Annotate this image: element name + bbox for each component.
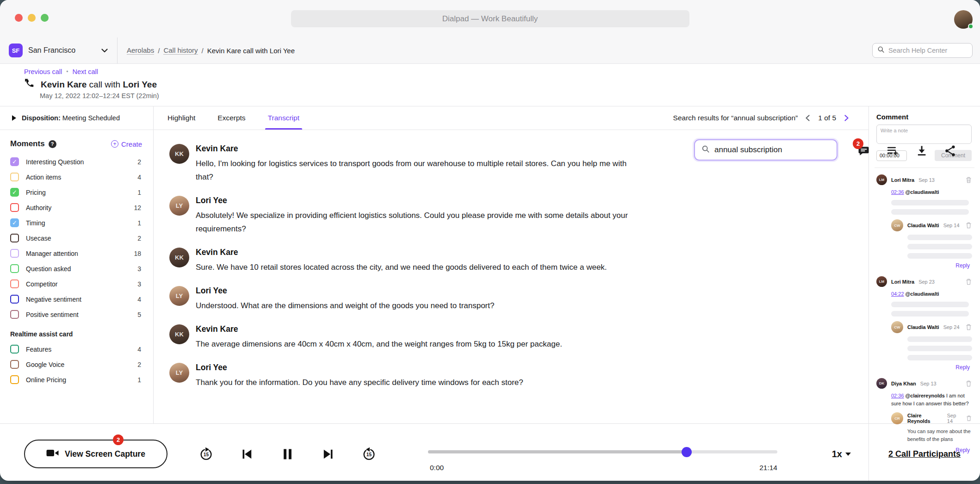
forward-15-icon[interactable]: 15 — [199, 447, 213, 461]
moment-checkbox[interactable] — [10, 203, 19, 212]
user-avatar[interactable] — [954, 10, 973, 29]
call-participants-link[interactable]: 2 Call Participants — [888, 449, 961, 459]
tab-transcript[interactable]: Transcript — [268, 106, 299, 130]
moment-checkbox[interactable] — [10, 188, 19, 197]
playback-speed-selector[interactable]: 1x — [832, 449, 851, 459]
avatar: LY — [169, 196, 189, 216]
add-to-playlist-button[interactable] — [886, 144, 899, 157]
disposition-row[interactable]: Disposition: Meeting Scheduled — [0, 106, 153, 130]
help-icon[interactable]: ? — [49, 140, 56, 148]
comment-mention: @claudiawalti — [906, 291, 939, 297]
moment-checkbox[interactable] — [10, 345, 19, 354]
trash-icon[interactable] — [966, 177, 972, 183]
avatar: KK — [169, 144, 189, 164]
redacted-text-bar — [907, 244, 972, 249]
seek-bar[interactable] — [428, 450, 777, 453]
moment-row[interactable]: Authority 12 — [0, 200, 153, 215]
share-button[interactable] — [944, 144, 957, 157]
help-search[interactable] — [872, 43, 973, 58]
speaker-name: Lori Yee — [196, 286, 494, 296]
speaker-name: Kevin Kare — [196, 144, 628, 154]
reply-link[interactable]: Reply — [876, 364, 970, 371]
download-button[interactable] — [915, 144, 928, 157]
search-icon — [877, 46, 885, 55]
moment-checkbox[interactable] — [10, 173, 19, 181]
previous-call-link[interactable]: Previous call — [24, 68, 62, 75]
moment-count: 12 — [134, 204, 141, 211]
moment-row[interactable]: Online Pricing 1 — [0, 372, 153, 387]
breadcrumb-aerolabs[interactable]: Aerolabs — [127, 46, 154, 55]
moment-checkbox[interactable] — [10, 249, 19, 258]
breadcrumb: Aerolabs / Call history / Kevin Kare cal… — [127, 46, 295, 55]
transcript-search[interactable] — [694, 139, 837, 161]
comment-timestamp-link[interactable]: 02:36 — [891, 189, 904, 195]
trash-icon[interactable] — [966, 380, 972, 387]
comment-note-input[interactable] — [876, 124, 972, 144]
next-call-link[interactable]: Next call — [72, 68, 98, 75]
minimize-window-button[interactable] — [28, 14, 36, 22]
pause-icon[interactable] — [280, 447, 295, 461]
previous-result-button[interactable] — [804, 114, 812, 122]
office-selector[interactable]: SF San Francisco — [0, 37, 118, 63]
breadcrumb-current: Kevin Kare call with Lori Yee — [207, 47, 295, 55]
trash-icon[interactable] — [966, 415, 972, 422]
comment-thread: LM Lori Mitra Sep 13 02:36 @claudiawalti… — [876, 169, 974, 271]
moment-row[interactable]: Google Voice 2 — [0, 357, 153, 372]
tab-highlight[interactable]: Highlight — [167, 106, 195, 130]
redacted-text-bar — [907, 235, 972, 240]
moment-row[interactable]: Usecase 2 — [0, 230, 153, 246]
trash-icon[interactable] — [966, 222, 972, 229]
rewind-15-icon[interactable]: 15 — [362, 447, 376, 461]
moment-label: Timing — [26, 219, 45, 227]
moment-row[interactable]: Timing 1 — [0, 215, 153, 230]
reply-link[interactable]: Reply — [876, 262, 970, 269]
moment-row[interactable]: Question asked 3 — [0, 261, 153, 276]
transcript-message: LY Lori Yee Absolutely! We specialize in… — [169, 196, 868, 236]
comment-timestamp-link[interactable]: 02:36 — [891, 393, 904, 398]
moment-label: Positive sentiment — [26, 311, 79, 318]
moment-row[interactable]: Interesting Question 2 — [0, 154, 153, 169]
tab-excerpts[interactable]: Excerpts — [217, 106, 245, 130]
speaker-name: Lori Yee — [196, 196, 628, 205]
comment-mention: @clairereynolds — [906, 393, 945, 398]
moment-row[interactable]: Negative sentiment 4 — [0, 292, 153, 307]
moment-checkbox[interactable] — [10, 295, 19, 304]
moment-checkbox[interactable] — [10, 279, 19, 288]
comment-timestamp-link[interactable]: 04:22 — [891, 291, 904, 297]
incoming-call-icon — [24, 78, 35, 91]
call-title-connector: call with — [89, 80, 121, 89]
transcript-search-input[interactable] — [714, 145, 830, 155]
moment-checkbox[interactable] — [10, 375, 19, 384]
moment-checkbox[interactable] — [10, 310, 19, 319]
moment-row[interactable]: Action items 4 — [0, 169, 153, 185]
moment-row[interactable]: Manager attention 18 — [0, 246, 153, 261]
moment-checkbox[interactable] — [10, 234, 19, 242]
titlebar: Dialpad — Work Beautifully — [0, 0, 980, 37]
view-screen-capture-button[interactable]: 2 View Screen Capture — [24, 440, 167, 468]
create-moment-button[interactable]: + Create — [111, 140, 142, 148]
moment-checkbox[interactable] — [10, 157, 19, 166]
plus-circle-icon: + — [111, 140, 118, 148]
trash-icon[interactable] — [966, 279, 972, 285]
help-search-input[interactable] — [888, 47, 968, 54]
breadcrumb-call-history[interactable]: Call history — [163, 46, 198, 55]
next-result-button[interactable] — [843, 114, 850, 122]
moment-checkbox[interactable] — [10, 218, 19, 227]
close-window-button[interactable] — [15, 14, 23, 22]
moment-row[interactable]: Competitor 3 — [0, 276, 153, 292]
realtime-assist-header: Realtime assist card — [0, 330, 153, 338]
skip-previous-icon[interactable] — [240, 447, 254, 461]
moment-row[interactable]: Pricing 1 — [0, 185, 153, 200]
moment-checkbox[interactable] — [10, 264, 19, 273]
zoom-window-button[interactable] — [41, 14, 49, 22]
seek-handle[interactable] — [682, 447, 692, 457]
avatar: CR — [891, 412, 903, 424]
skip-next-icon[interactable] — [321, 447, 335, 461]
trash-icon[interactable] — [966, 324, 972, 330]
message-text: Thank you for the information. Do you ha… — [196, 376, 523, 389]
moment-row[interactable]: Positive sentiment 5 — [0, 307, 153, 322]
speaker-name: Kevin Kare — [196, 324, 562, 334]
moment-row[interactable]: Features 4 — [0, 341, 153, 357]
comments-toggle-button[interactable]: 2 — [857, 144, 870, 157]
moment-checkbox[interactable] — [10, 360, 19, 369]
